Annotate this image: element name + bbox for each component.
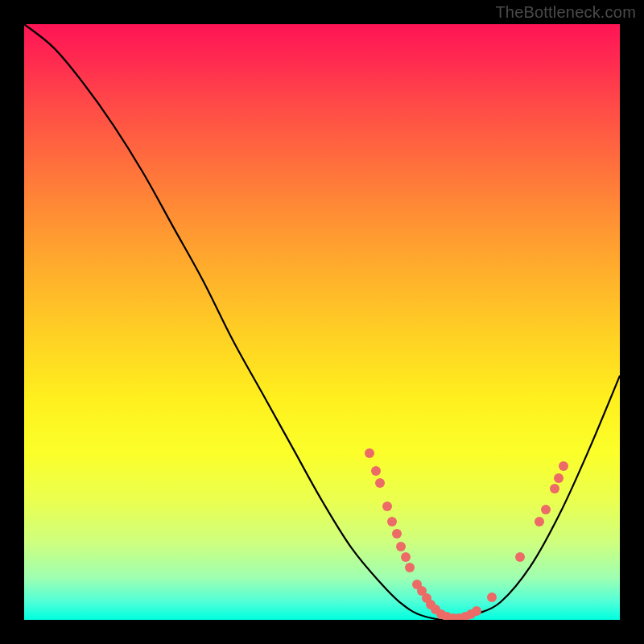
- data-marker: [392, 529, 402, 539]
- bottleneck-curve: [24, 24, 620, 620]
- watermark-text: TheBottleneck.com: [495, 3, 636, 22]
- data-marker: [472, 606, 481, 616]
- data-marker: [396, 542, 406, 551]
- data-marker: [382, 502, 392, 511]
- data-marker: [541, 505, 551, 514]
- data-marker: [405, 563, 415, 572]
- curve-svg: [24, 24, 620, 620]
- data-marker: [515, 552, 525, 562]
- data-marker: [535, 517, 544, 526]
- plot-area: [24, 24, 620, 620]
- data-marker: [554, 473, 564, 483]
- data-marker: [365, 448, 374, 458]
- data-marker: [401, 552, 411, 562]
- data-marker: [487, 592, 497, 602]
- data-marker: [550, 484, 559, 493]
- data-marker: [387, 517, 397, 526]
- data-marker: [371, 466, 381, 476]
- data-marker: [375, 478, 385, 488]
- data-marker: [559, 461, 568, 471]
